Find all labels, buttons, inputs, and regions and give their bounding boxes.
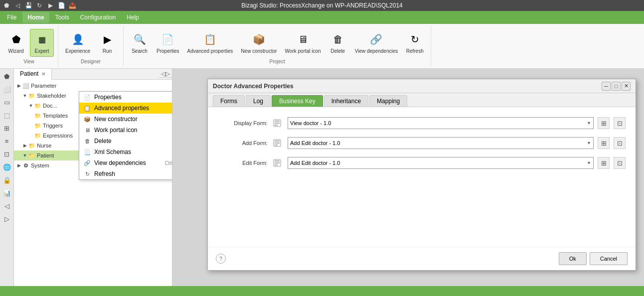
content-area: Doctor Advanced Properties ─ □ ✕ Forms L… [172,69,644,286]
dialog-close-button[interactable]: ✕ [622,82,631,91]
experience-button[interactable]: 👤 Experience [62,29,93,56]
refresh-icon-top[interactable]: ↻ [35,1,44,10]
play-icon[interactable]: ▶ [46,1,55,10]
ctx-item-xml[interactable]: 📃 Xml Schemas [79,147,172,157]
view-group-label: View [23,59,34,64]
ctx-item-work-portal[interactable]: 🖥 Work portal icon [79,125,172,136]
ctx-work-icon: 🖥 [83,126,91,134]
work-portal-icon-button[interactable]: 🖥 Work portal icon [282,29,324,56]
sidebar-icon-2[interactable]: ⬜ [1,84,12,95]
doc-icon[interactable]: 📄 [57,1,66,10]
back-icon[interactable]: ◁ [13,1,22,10]
dialog-maximize-button[interactable]: □ [612,82,621,91]
sidebar-icon-8[interactable]: 🌐 [1,161,12,172]
label-stakeholder: Stakeholder [37,93,66,99]
add-form-dropdown[interactable]: Add Edit doctor - 1.0 [288,138,593,148]
menu-home[interactable]: Home [22,12,49,23]
dialog-minimize-button[interactable]: ─ [602,82,611,91]
delete-button[interactable]: 🗑 Delete [326,29,350,56]
display-form-dropdown[interactable]: View doctor - 1.0 [288,118,593,129]
view-dependencies-button[interactable]: 🔗 View dependencies [352,29,401,56]
edit-form-select[interactable]: Add Edit doctor - 1.0 ▼ [288,157,594,169]
add-form-select[interactable]: Add Edit doctor - 1.0 ▼ [288,137,594,149]
ctx-new-label: New constructor [94,116,138,123]
project-buttons: 🔍 Search 📄 Properties 📋 Advanced propert… [128,28,427,58]
ctx-new-icon: 📦 [83,115,91,123]
display-form-row: Display Form: View doctor - 1.0 ▼ ⊞ ⊡ [218,117,626,129]
menu-tools[interactable]: Tools [50,12,74,23]
sidebar-icon-7[interactable]: ⊡ [1,148,12,159]
ctx-item-properties[interactable]: 📄 Properties [79,92,172,103]
tab-mapping[interactable]: Mapping [369,95,407,107]
tab-business-key[interactable]: Business Key [272,95,323,107]
work-portal-icon-label: Work portal icon [285,48,321,54]
edit-form-view-btn[interactable]: ⊡ [614,157,626,169]
toggle-nurse[interactable]: ▶ [22,143,28,148]
sidebar-icon-11[interactable]: ◁ [1,200,12,211]
sidebar-icon-10[interactable]: 📊 [1,187,12,198]
sidebar-icon-6[interactable]: ≡ [1,136,12,147]
ctx-xml-icon: 📃 [83,148,91,156]
patient-tab[interactable]: Patient ✕ [14,69,52,80]
new-constructor-button[interactable]: 📦 New constructor [238,29,280,56]
tab-inheritance[interactable]: Inheritance [324,95,368,107]
advanced-properties-button[interactable]: 📋 Advanced properties [184,29,236,56]
edit-form-row: Edit Form: Add Edit doctor - 1.0 ▼ ⊞ ⊡ [218,157,626,169]
sidebar-icon-4[interactable]: ⬚ [1,110,12,121]
toggle-patient[interactable]: ▼ [22,152,28,158]
display-form-select[interactable]: View doctor - 1.0 ▼ [288,117,594,129]
menu-file[interactable]: File [2,12,21,23]
toggle-templates[interactable] [28,113,34,119]
display-form-view-btn[interactable]: ⊡ [614,117,626,129]
tab-forms[interactable]: Forms [213,95,245,107]
ctx-item-advanced[interactable]: 📋 Advanced properties [79,103,172,114]
expert-button[interactable]: ▦ Expert [30,29,54,57]
ok-button[interactable]: Ok [559,252,587,265]
system-icon[interactable]: ⬟ [2,1,11,10]
toggle-doctor[interactable]: ▼ [28,103,34,109]
icon-nurse: 📁 [28,142,36,149]
menu-configuration[interactable]: Configuration [75,12,121,23]
scroll-right-icon[interactable]: ▷ [165,70,170,77]
refresh-button[interactable]: ↻ Refresh [403,29,427,56]
edit-form-edit-btn[interactable]: ⊞ [598,157,610,169]
dialog-container: Doctor Advanced Properties ─ □ ✕ Forms L… [172,69,644,286]
toggle-expressions[interactable] [28,133,34,139]
cancel-button[interactable]: Cancel [590,252,628,265]
tree-item-parameter[interactable]: ▶ ⬜ Parameter [14,81,172,91]
edit-form-dropdown[interactable]: Add Edit doctor - 1.0 [288,157,593,168]
toggle-parameter[interactable]: ▶ [16,83,22,89]
export-icon[interactable]: 📤 [68,1,77,10]
menu-help[interactable]: Help [122,12,144,23]
display-form-edit-btn[interactable]: ⊞ [598,117,610,129]
add-form-view-btn[interactable]: ⊡ [614,137,626,149]
project-group-label: Project [270,59,285,64]
toggle-triggers[interactable] [28,123,34,129]
sidebar-icon-5[interactable]: ⊞ [1,123,12,134]
svg-rect-10 [275,162,280,163]
tab-close-icon[interactable]: ✕ [41,71,45,77]
toggle-system[interactable]: ▶ [16,162,22,168]
run-button[interactable]: ▶ Run [95,29,119,56]
scroll-left-icon[interactable]: ◁ [161,70,165,77]
context-menu: 📄 Properties 📋 Advanced properties 📦 New… [79,91,172,180]
tab-log[interactable]: Log [246,95,271,107]
save-icon[interactable]: 💾 [24,1,33,10]
add-form-select-icon [273,139,282,148]
sidebar-icon-3[interactable]: ▭ [1,97,12,108]
dialog-help-button[interactable]: ? [216,254,226,264]
toggle-stakeholder[interactable]: ▼ [22,93,28,99]
search-button[interactable]: 🔍 Search [128,29,152,56]
ctx-item-refresh[interactable]: ↻ Refresh F5 [79,168,172,179]
add-form-edit-btn[interactable]: ⊞ [598,137,610,149]
sidebar-icon-12[interactable]: ▷ [1,213,12,224]
search-icon: 🔍 [132,31,148,47]
sidebar-icon-1[interactable]: ⬟ [1,71,12,82]
properties-button[interactable]: 📄 Properties [154,29,182,56]
display-form-label: Display Form: [218,120,268,126]
ctx-item-new-constructor[interactable]: 📦 New constructor [79,114,172,125]
wizard-button[interactable]: ⬟ Wizard [4,29,28,56]
sidebar-icon-9[interactable]: 🔒 [1,174,12,185]
ctx-item-delete[interactable]: 🗑 Delete [79,136,172,147]
ctx-item-deps[interactable]: 🔗 View dependencies Ctrl+D [79,157,172,168]
